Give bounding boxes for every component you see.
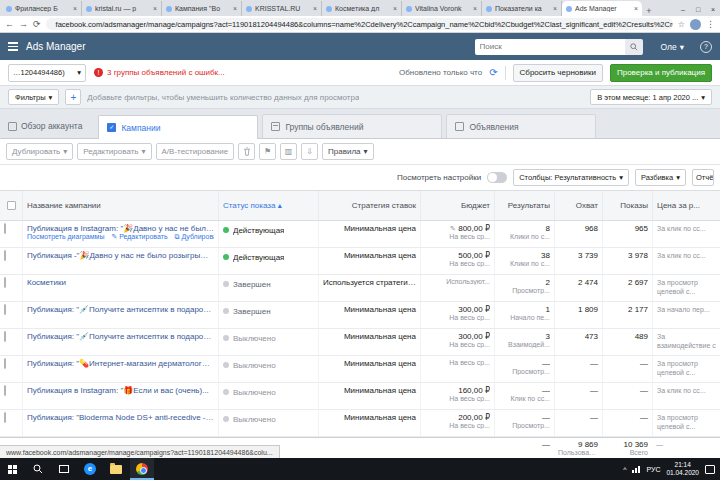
date-range-button[interactable]: В этом месяце: 1 апр 2020 ... ▾ [590, 89, 712, 105]
col-header-bid-strategy[interactable]: Стратегия ставок [318, 191, 420, 220]
select-all-checkbox[interactable] [7, 201, 16, 210]
view-charts-link[interactable]: Посмотреть диаграммы [27, 233, 104, 240]
edit-link[interactable]: ✎ Редактировать [111, 233, 167, 240]
campaign-name-link[interactable]: Публикация в Instagram: "🎉Давно у нас не… [27, 224, 214, 233]
browser-tab[interactable]: Показатели ка × [482, 1, 562, 16]
start-button[interactable] [0, 458, 24, 480]
tab-close-icon[interactable]: × [393, 5, 397, 12]
user-menu[interactable]: Оле ▾ [661, 42, 684, 52]
tab-close-icon[interactable]: × [73, 5, 77, 12]
row-checkbox[interactable] [4, 223, 6, 234]
taskbar-edge-button[interactable]: e [78, 458, 102, 480]
minimize-icon[interactable]: – [676, 2, 690, 16]
browser-profile-avatar[interactable] [690, 19, 701, 30]
back-icon[interactable]: ← [5, 20, 14, 29]
edit-budget-icon[interactable]: ✎ [450, 225, 456, 232]
search-button[interactable] [625, 39, 643, 55]
refresh-icon[interactable]: ⟳ [33, 20, 41, 29]
browser-tab[interactable]: Фрилансер Б × [2, 1, 82, 16]
tab-close-icon[interactable]: × [634, 5, 638, 12]
network-icon[interactable] [632, 466, 640, 473]
export-button[interactable]: ⇩ [301, 143, 318, 160]
browser-tab[interactable]: Кампания "Во × [162, 1, 242, 16]
columns-button[interactable]: Столбцы: Результативность ▾ [513, 169, 629, 186]
taskbar-explorer-button[interactable] [104, 458, 128, 480]
tab-close-icon[interactable]: × [153, 5, 157, 12]
row-checkbox[interactable] [4, 331, 6, 342]
help-icon[interactable]: ? [700, 41, 712, 53]
tray-chevron-icon[interactable]: ^ [623, 466, 626, 473]
ab-test-button[interactable]: A/B-тестирование [156, 143, 235, 160]
taskbar-search-button[interactable] [26, 458, 50, 480]
row-checkbox[interactable] [4, 358, 6, 369]
browser-tab[interactable]: Vitalina Voronk × [402, 1, 482, 16]
reports-button[interactable]: Отчёты [692, 169, 714, 186]
address-bar: ← → ⟳ facebook.com/adsmanager/manage/cam… [0, 16, 720, 33]
filters-button[interactable]: Фильтры ▾ [8, 89, 59, 105]
breakdown-button[interactable]: Разбивка ▾ [635, 169, 686, 186]
col-header-reach[interactable]: Охват [554, 191, 602, 220]
tab-close-icon[interactable]: × [473, 5, 477, 12]
duplicate-button[interactable]: Дублировать ▾ [6, 143, 73, 160]
menu-icon[interactable] [8, 42, 18, 51]
notification-center-icon[interactable] [705, 465, 715, 474]
tab-close-icon[interactable]: × [553, 5, 557, 12]
col-header-impressions[interactable]: Показы [602, 191, 652, 220]
campaign-name-link[interactable]: Публикация: "💊Интернет-магазин дерматоло… [27, 359, 214, 368]
task-view-button[interactable] [52, 458, 76, 480]
campaign-name-link[interactable]: Публикация в Instagram: "🎁Если и вас (оч… [27, 386, 214, 395]
row-checkbox[interactable] [4, 250, 6, 261]
row-checkbox[interactable] [4, 412, 6, 423]
browser-tab[interactable]: kristal.ru — р × [82, 1, 162, 16]
campaign-name-link[interactable]: Публикация: "Bioderma Node DS+ anti-rece… [27, 413, 214, 422]
browser-menu-icon[interactable]: ⋮ [706, 20, 715, 29]
tab-campaigns[interactable]: ✓ Кампании [98, 115, 258, 139]
tab-close-icon[interactable]: × [313, 5, 317, 12]
col-header-results[interactable]: Результаты [494, 191, 554, 220]
review-publish-button[interactable]: Проверка и публикация [610, 64, 712, 82]
results-cell: 38 Клики по с... [494, 248, 554, 274]
duplicate-link[interactable]: ⧉ Дублировать [175, 233, 215, 240]
view-settings-toggle[interactable] [487, 172, 507, 183]
refresh-data-icon[interactable]: ⟳ [489, 68, 497, 78]
close-icon[interactable]: × [706, 2, 720, 16]
rules-button[interactable]: Правила ▾ [322, 143, 374, 160]
col-header-campaign-name[interactable]: Название кампании [22, 191, 218, 220]
browser-tab[interactable]: Ads Manager × [562, 1, 642, 16]
new-tab-button[interactable]: + [642, 6, 656, 16]
error-notice[interactable]: ! 3 группы объявлений с ошибк... [94, 68, 225, 77]
row-checkbox[interactable] [4, 304, 6, 315]
tag-button[interactable]: ⚑ [259, 143, 276, 160]
table-row: Публикация в Instagram: "🎁Если и вас (оч… [0, 383, 720, 410]
col-header-delivery[interactable]: Статус показа ▴ [218, 191, 318, 220]
row-checkbox[interactable] [4, 385, 6, 396]
tab-ads[interactable]: Объявления [446, 114, 596, 138]
forward-icon[interactable]: → [19, 20, 28, 29]
search-input[interactable] [480, 42, 620, 51]
discard-drafts-button[interactable]: Сбросить черновики [513, 64, 603, 82]
add-filter-button[interactable]: + [65, 89, 81, 105]
row-checkbox[interactable] [4, 277, 6, 288]
campaign-name-link[interactable]: Публикация: "💉Получите антисептик в пода… [27, 332, 214, 341]
tab-close-icon[interactable]: × [233, 5, 237, 12]
url-field[interactable]: facebook.com/adsmanager/manage/campaigns… [46, 18, 673, 30]
browser-tab[interactable]: Косметика дл × [322, 1, 402, 16]
tab-account-overview[interactable]: Обзор аккаунта [8, 121, 82, 131]
taskbar-chrome-button[interactable] [130, 458, 154, 480]
campaign-name-link[interactable]: Публикация -"🎉Давно у нас не было розыгр… [27, 251, 214, 260]
tab-title: Кампания "Во [175, 5, 230, 12]
clock[interactable]: 21:14 01.04.2020 [666, 461, 699, 477]
maximize-icon[interactable]: □ [691, 2, 705, 16]
edit-button[interactable]: Редактировать ▾ [77, 143, 151, 160]
col-header-cost[interactable]: Цена за р... [652, 191, 720, 220]
col-header-budget[interactable]: Бюджет [420, 191, 494, 220]
tab-adsets[interactable]: Группы объявлений [262, 114, 442, 138]
bookmark-star-icon[interactable]: ☆ [678, 20, 685, 29]
browser-tab[interactable]: KRISSTAL.RU × [242, 1, 322, 16]
campaign-name-link[interactable]: Косметики [27, 278, 214, 287]
delete-button[interactable] [238, 143, 255, 160]
language-indicator[interactable]: РУС [646, 466, 660, 473]
campaign-name-link[interactable]: Публикация: "💉Получите антисептик в пода… [27, 305, 214, 314]
account-selector[interactable]: …1204494486) ▾ [8, 64, 86, 82]
chart-button[interactable]: ▥ [280, 143, 297, 160]
